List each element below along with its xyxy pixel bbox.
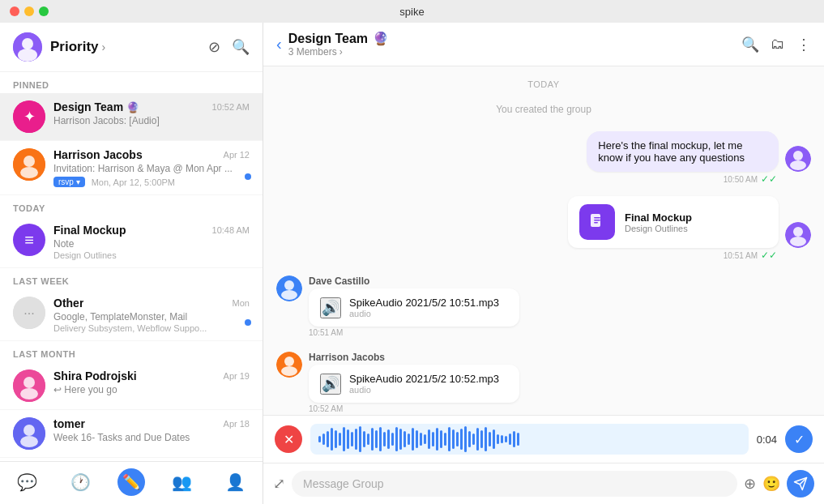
conv-item-final-mockup[interactable]: ≡ Final Mockup 10:48 AM Note Design Outl… bbox=[0, 216, 263, 268]
send-button[interactable] bbox=[787, 470, 814, 498]
conversation-list: PINNED ✦ Design Team 🔮 10:52 AM Harrison… bbox=[0, 72, 263, 461]
wave-bar bbox=[505, 436, 507, 442]
wave-bar bbox=[517, 433, 519, 446]
wave-bar bbox=[343, 427, 345, 451]
conv-avatar-shira bbox=[13, 369, 45, 402]
msg-time-dave: 10:51 AM bbox=[309, 328, 519, 337]
nav-groups-button[interactable]: 👥 bbox=[165, 468, 199, 496]
wave-bar bbox=[432, 432, 434, 446]
audio-play-dave[interactable]: 🔊 bbox=[320, 297, 341, 318]
back-button[interactable]: ‹ bbox=[276, 35, 282, 53]
nav-chat-button[interactable]: 💬 bbox=[11, 468, 44, 496]
conv-time-harrison: Apr 12 bbox=[224, 150, 250, 160]
msg-avatar-harrison-chat bbox=[276, 352, 302, 378]
recorder-bar: ✕ 0:04 ✓ bbox=[263, 415, 824, 463]
wave-bar bbox=[363, 431, 365, 447]
compose-input-wrap: Message Group bbox=[292, 471, 737, 497]
sidebar-actions: ⊘ 🔍 bbox=[208, 38, 250, 56]
chat-members[interactable]: 3 Members › bbox=[288, 46, 741, 58]
svg-point-11 bbox=[23, 377, 35, 388]
minimize-icon[interactable] bbox=[24, 6, 34, 16]
wave-bar bbox=[347, 429, 349, 449]
msg-time-1: 10:50 AM bbox=[724, 175, 758, 184]
read-icon-2: ✓✓ bbox=[761, 250, 777, 261]
conv-item-shira[interactable]: Shira Podrojski Apr 19 ↩ Here you go bbox=[0, 362, 263, 410]
conv-item-tomer[interactable]: tomer Apr 18 Week 16- Tasks and Due Date… bbox=[0, 410, 263, 458]
rsvp-badge[interactable]: rsvp ▾ bbox=[53, 177, 85, 187]
wave-bar bbox=[476, 428, 479, 451]
svg-point-31 bbox=[281, 366, 297, 376]
wave-bar bbox=[501, 435, 503, 443]
read-icon-1: ✓✓ bbox=[761, 173, 777, 185]
chat-more-button[interactable]: ⋮ bbox=[796, 36, 811, 53]
maximize-icon[interactable] bbox=[39, 6, 49, 16]
svg-rect-21 bbox=[594, 220, 600, 221]
wave-bar bbox=[497, 434, 499, 444]
sidebar: Priority › ⊘ 🔍 PINNED ✦ Design Team 🔮 bbox=[0, 23, 263, 504]
wave-bar bbox=[464, 426, 467, 452]
chat-panel: ‹ Design Team 🔮 3 Members › 🔍 🗂 ⋮ TODAY … bbox=[263, 23, 824, 504]
wave-bar bbox=[339, 433, 341, 446]
cancel-icon: ✕ bbox=[284, 432, 294, 447]
recorder-cancel-button[interactable]: ✕ bbox=[275, 425, 302, 453]
svg-point-30 bbox=[284, 357, 294, 366]
emoji-button[interactable]: 🙂 bbox=[762, 475, 780, 493]
chat-search-button[interactable]: 🔍 bbox=[741, 36, 759, 53]
wave-bar bbox=[509, 434, 511, 445]
wave-bar bbox=[371, 428, 374, 451]
wave-bar bbox=[335, 430, 337, 448]
svg-text:✦: ✦ bbox=[23, 109, 36, 125]
chat-header-actions: 🔍 🗂 ⋮ bbox=[741, 36, 811, 53]
conv-body-other: Other Mon Google, TemplateMonster, Mail … bbox=[53, 297, 250, 333]
conv-sub-other: Delivery Subsystem, Webflow Suppo... bbox=[53, 323, 250, 333]
recorder-send-button[interactable]: ✓ bbox=[785, 425, 813, 453]
msg-row-1: Here's the final mockup, let me know if … bbox=[276, 131, 811, 185]
conv-item-other[interactable]: ··· Other Mon Google, TemplateMonster, M… bbox=[0, 289, 263, 341]
svg-point-15 bbox=[20, 436, 38, 447]
file-desc: Design Outlines bbox=[625, 224, 767, 233]
bottom-nav: 💬 🕐 ✏️ 👥 👤 bbox=[0, 461, 263, 504]
expand-button[interactable]: ⤢ bbox=[273, 475, 285, 493]
nav-clock-button[interactable]: 🕐 bbox=[64, 468, 97, 496]
wave-bar bbox=[355, 429, 357, 450]
svg-point-2 bbox=[18, 49, 37, 62]
audio-type-harrison: audio bbox=[349, 385, 508, 395]
conv-item-harrison[interactable]: Harrison Jacobs Apr 12 Invitation: Harri… bbox=[0, 141, 263, 195]
nav-contacts-button[interactable]: 👤 bbox=[219, 468, 252, 496]
wave-bar bbox=[327, 431, 329, 447]
conv-name-other: Other bbox=[53, 297, 83, 310]
audio-play-harrison[interactable]: 🔊 bbox=[320, 374, 341, 395]
wave-bar bbox=[436, 428, 438, 451]
wave-bar bbox=[485, 427, 487, 451]
conv-name-design-team: Design Team 🔮 bbox=[53, 100, 139, 113]
profile-avatar[interactable] bbox=[13, 32, 42, 62]
chat-header: ‹ Design Team 🔮 3 Members › 🔍 🗂 ⋮ bbox=[263, 23, 824, 66]
recorder-waveform bbox=[310, 424, 749, 455]
msg-row-4: Harrison Jacobs 🔊 SpikeAudio 2021/5/2 10… bbox=[276, 352, 811, 413]
audio-bubble-harrison: 🔊 SpikeAudio 2021/5/2 10:52.mp3 audio bbox=[309, 365, 519, 403]
conv-body-design-team: Design Team 🔮 10:52 AM Harrison Jacobs: … bbox=[53, 100, 250, 126]
compose-bar: ⤢ Message Group ⊕ 🙂 bbox=[263, 463, 824, 504]
conv-name-harrison: Harrison Jacobs bbox=[53, 148, 143, 161]
close-icon[interactable] bbox=[10, 6, 19, 16]
msg-time-2: 10:51 AM bbox=[724, 251, 758, 260]
conv-sub-final-mockup: Design Outlines bbox=[53, 250, 250, 260]
chat-body: TODAY You created the group Here's the f… bbox=[263, 66, 824, 415]
add-button[interactable]: ⊕ bbox=[744, 475, 756, 493]
conv-preview-design-team: Harrison Jacobs: [Audio] bbox=[53, 115, 250, 126]
msg-row-3: Dave Castillo 🔊 SpikeAudio 2021/5/2 10:5… bbox=[276, 275, 811, 337]
search-button[interactable]: 🔍 bbox=[232, 38, 250, 56]
conv-item-design-team[interactable]: ✦ Design Team 🔮 10:52 AM Harrison Jacobs… bbox=[0, 93, 263, 141]
wave-bar bbox=[351, 432, 353, 446]
filter-button[interactable]: ⊘ bbox=[208, 38, 220, 56]
svg-point-27 bbox=[284, 280, 294, 290]
msg-time-harrison: 10:52 AM bbox=[309, 404, 519, 413]
wave-bar bbox=[493, 429, 495, 449]
conv-avatar-design-team: ✦ bbox=[13, 100, 45, 133]
chat-date-label: TODAY bbox=[276, 79, 811, 89]
nav-compose-button[interactable]: ✏️ bbox=[117, 468, 145, 496]
chat-archive-button[interactable]: 🗂 bbox=[771, 36, 785, 53]
audio-type-dave: audio bbox=[349, 309, 508, 318]
svg-point-12 bbox=[20, 388, 38, 399]
wave-bar bbox=[379, 427, 382, 451]
